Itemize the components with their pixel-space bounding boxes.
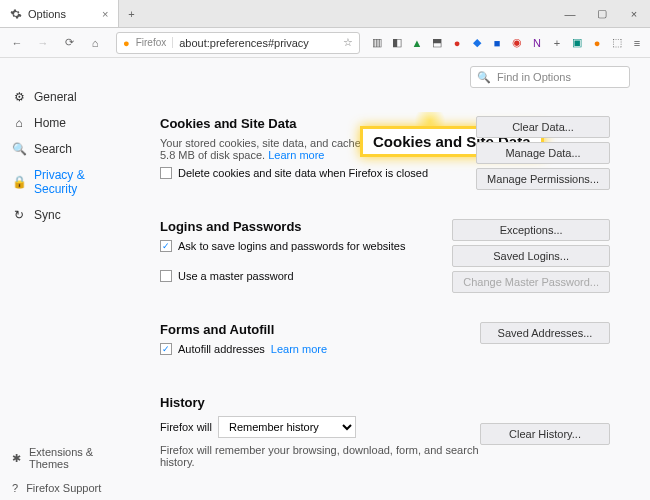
- sync-icon: ↻: [12, 208, 26, 222]
- delete-cookies-checkbox[interactable]: [160, 167, 172, 179]
- master-password-checkbox[interactable]: [160, 270, 172, 282]
- learn-more-link[interactable]: Learn more: [271, 343, 327, 355]
- url-prefix: Firefox: [136, 37, 174, 48]
- new-tab-button[interactable]: +: [119, 0, 143, 27]
- tab-title: Options: [28, 8, 66, 20]
- back-button[interactable]: ←: [6, 32, 28, 54]
- sidebar-foot-label: Firefox Support: [26, 482, 101, 494]
- home-button[interactable]: ⌂: [84, 32, 106, 54]
- close-button[interactable]: ×: [618, 0, 650, 27]
- ext-icon[interactable]: ◉: [510, 36, 524, 50]
- sidebar-item-home[interactable]: ⌂ Home: [0, 110, 140, 136]
- firefox-icon: ●: [123, 37, 130, 49]
- history-desc: Firefox will remember your browsing, dow…: [160, 444, 480, 468]
- sidebar-item-label: Privacy & Security: [34, 168, 128, 196]
- sidebar-icon[interactable]: ◧: [390, 36, 404, 50]
- section-heading-history: History: [160, 395, 630, 410]
- clear-data-button[interactable]: Clear Data...: [476, 116, 610, 138]
- ext-icon[interactable]: ■: [490, 36, 504, 50]
- url-bar[interactable]: ● Firefox about:preferences#privacy ☆: [116, 32, 360, 54]
- manage-permissions-button[interactable]: Manage Permissions...: [476, 168, 610, 190]
- bookmark-icon[interactable]: ☆: [343, 36, 353, 49]
- change-master-password-button: Change Master Password...: [452, 271, 610, 293]
- lock-icon: 🔒: [12, 175, 26, 189]
- manage-data-button[interactable]: Manage Data...: [476, 142, 610, 164]
- sidebar-item-sync[interactable]: ↻ Sync: [0, 202, 140, 228]
- history-will-label: Firefox will: [160, 421, 212, 433]
- clear-history-button[interactable]: Clear History...: [480, 423, 610, 445]
- ext-icon[interactable]: ▣: [570, 36, 584, 50]
- sidebar-item-label: Sync: [34, 208, 61, 222]
- url-text: about:preferences#privacy: [179, 37, 337, 49]
- search-icon: 🔍: [12, 142, 26, 156]
- master-password-label: Use a master password: [178, 270, 294, 282]
- gear-icon: [10, 8, 22, 20]
- delete-cookies-label: Delete cookies and site data when Firefo…: [178, 167, 428, 179]
- ask-save-logins-checkbox[interactable]: [160, 240, 172, 252]
- learn-more-link[interactable]: Learn more: [268, 149, 324, 161]
- sidebar-item-label: Home: [34, 116, 66, 130]
- tab-options[interactable]: Options ×: [0, 0, 119, 27]
- find-input[interactable]: 🔍 Find in Options: [470, 66, 630, 88]
- sidebar-item-label: Search: [34, 142, 72, 156]
- home-icon: ⌂: [12, 116, 26, 130]
- ext-icon[interactable]: ●: [590, 36, 604, 50]
- ext-icon[interactable]: ◆: [470, 36, 484, 50]
- close-icon[interactable]: ×: [102, 8, 108, 20]
- menu-icon[interactable]: ≡: [630, 36, 644, 50]
- forward-button[interactable]: →: [32, 32, 54, 54]
- library-icon[interactable]: ▥: [370, 36, 384, 50]
- ext-icon[interactable]: N: [530, 36, 544, 50]
- search-icon: 🔍: [477, 71, 491, 84]
- ext-icon[interactable]: ▲: [410, 36, 424, 50]
- help-icon: ?: [12, 482, 18, 494]
- minimize-button[interactable]: —: [554, 0, 586, 27]
- history-mode-select[interactable]: Remember history: [218, 416, 356, 438]
- puzzle-icon: ✱: [12, 452, 21, 465]
- autofill-checkbox[interactable]: [160, 343, 172, 355]
- ext-icon[interactable]: ⬚: [610, 36, 624, 50]
- ask-save-logins-label: Ask to save logins and passwords for web…: [178, 240, 405, 252]
- ext-icon[interactable]: ⬒: [430, 36, 444, 50]
- sidebar-item-general[interactable]: ⚙ General: [0, 84, 140, 110]
- saved-addresses-button[interactable]: Saved Addresses...: [480, 322, 610, 344]
- autofill-label: Autofill addresses: [178, 343, 265, 355]
- sidebar-foot-label: Extensions & Themes: [29, 446, 128, 470]
- ext-icon[interactable]: ●: [450, 36, 464, 50]
- sidebar-extensions[interactable]: ✱ Extensions & Themes: [0, 440, 140, 476]
- find-placeholder: Find in Options: [497, 71, 571, 83]
- sidebar-item-search[interactable]: 🔍 Search: [0, 136, 140, 162]
- sidebar-item-privacy[interactable]: 🔒 Privacy & Security: [0, 162, 140, 202]
- reload-button[interactable]: ⟳: [58, 32, 80, 54]
- sidebar-item-label: General: [34, 90, 77, 104]
- sidebar-support[interactable]: ? Firefox Support: [0, 476, 140, 500]
- maximize-button[interactable]: ▢: [586, 0, 618, 27]
- saved-logins-button[interactable]: Saved Logins...: [452, 245, 610, 267]
- exceptions-button[interactable]: Exceptions...: [452, 219, 610, 241]
- ext-icon[interactable]: +: [550, 36, 564, 50]
- gear-icon: ⚙: [12, 90, 26, 104]
